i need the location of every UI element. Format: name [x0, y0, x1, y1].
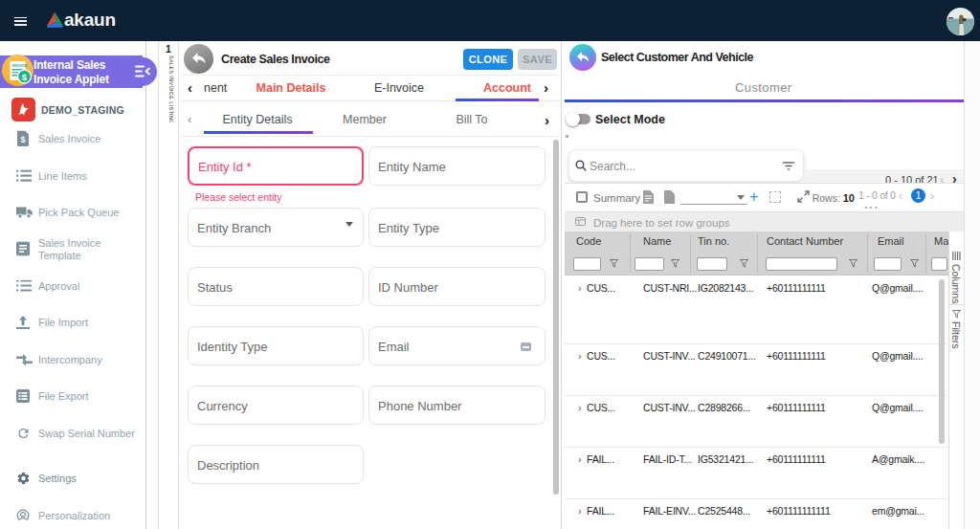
- svg-text:$: $: [22, 71, 28, 81]
- svg-text:$: $: [20, 135, 25, 144]
- svg-text:INVOICE: INVOICE: [12, 63, 28, 68]
- svg-text:SALES INVOICE LISTING: SALES INVOICE LISTING: [168, 55, 174, 122]
